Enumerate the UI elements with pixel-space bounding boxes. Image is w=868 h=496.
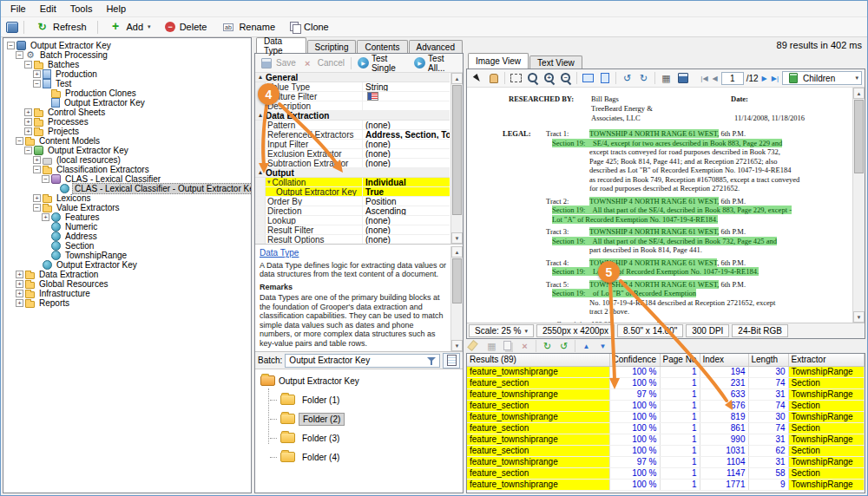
result-row[interactable]: feature_townshiprange100 %117719Township…	[467, 479, 865, 490]
scroll-down-icon[interactable]: ▼	[451, 232, 463, 244]
rerun-icon[interactable]	[556, 339, 571, 353]
results-column-header[interactable]: Length	[748, 354, 788, 366]
tree-node[interactable]: +Production	[3, 69, 251, 79]
property-row[interactable]: Culture Filter	[255, 92, 450, 101]
tree-node[interactable]: −Batches	[3, 60, 251, 69]
test-single-button[interactable]: Test Single	[358, 54, 410, 73]
help-title-link[interactable]: Data Type	[260, 249, 299, 258]
property-row[interactable]: Subtraction Extractor(none)	[255, 159, 450, 168]
filter-icon[interactable]	[426, 356, 437, 366]
scope-dropdown[interactable]: Children ▾	[782, 71, 862, 85]
tree-node[interactable]: Address	[3, 232, 251, 241]
toolbar-clone-button[interactable]: Clone	[283, 19, 335, 36]
menu-item-file[interactable]: File	[3, 2, 33, 16]
tree-node[interactable]: +Infrastructure	[3, 289, 251, 298]
scroll-up-icon[interactable]: ▲	[451, 246, 463, 258]
property-value[interactable]: (none)	[363, 225, 450, 234]
chevron-down-icon[interactable]: ▾	[148, 23, 151, 30]
property-value[interactable]	[363, 92, 450, 101]
expand-icon[interactable]: +	[16, 280, 23, 288]
property-row[interactable]: Result Options(none)	[255, 235, 450, 245]
result-row[interactable]: feature_townshiprange100 %199031Township…	[467, 434, 865, 445]
property-value[interactable]: (none)	[363, 140, 450, 148]
next-page-button[interactable]: ▶	[761, 75, 768, 82]
refresh-results-icon[interactable]	[540, 339, 555, 353]
results-column-header[interactable]: Confidence	[609, 354, 660, 366]
toolbar-delete-button[interactable]: Delete	[159, 19, 214, 36]
expand-icon[interactable]: +	[16, 271, 23, 278]
result-row[interactable]: feature_townshiprange97 %1110431Township…	[467, 456, 865, 467]
result-row[interactable]: feature_section100 %123174Section	[467, 377, 865, 388]
scrollbar-thumb[interactable]	[854, 100, 864, 173]
property-value[interactable]: Ascending	[363, 206, 450, 215]
expand-icon[interactable]: +	[24, 108, 32, 116]
property-grid-scrollbar[interactable]: ▲ ▼	[450, 73, 463, 244]
expand-icon[interactable]: +	[42, 213, 49, 221]
thumbnail-grid-icon[interactable]	[659, 71, 674, 85]
help-scrollbar[interactable]: ▲ ▼	[450, 246, 463, 351]
zoom-in-icon[interactable]	[542, 71, 556, 85]
collapse-icon[interactable]: −	[33, 204, 41, 212]
tree-node[interactable]: +Lexicons	[3, 193, 251, 203]
expand-icon[interactable]: ▾	[267, 179, 271, 186]
toolbar-rename-button[interactable]: Rename	[214, 17, 281, 36]
result-row[interactable]: feature_section100 %186174Section	[467, 422, 865, 434]
tree-node[interactable]: Output Extractor Key	[3, 98, 251, 108]
property-value[interactable]: (none)	[363, 159, 450, 167]
property-category[interactable]: ▴General	[255, 73, 450, 82]
property-row[interactable]: ▾CollationIndividual	[255, 178, 450, 187]
property-value[interactable]: (none)	[363, 121, 450, 129]
download-icon[interactable]	[595, 339, 610, 353]
tree-node[interactable]: +Global Resources	[3, 279, 251, 289]
result-row[interactable]: feature_section100 %167674Section	[467, 400, 865, 411]
highlighter-icon[interactable]	[468, 339, 483, 353]
last-page-button[interactable]: ▶|	[771, 75, 779, 82]
batch-folder[interactable]: Folder (1)	[268, 390, 463, 409]
property-row[interactable]: Exclusion Extractor(none)	[255, 149, 450, 159]
collapse-icon[interactable]: −	[33, 80, 41, 88]
scrollbar-thumb[interactable]	[452, 85, 462, 215]
tree-node[interactable]: +Data Extraction	[3, 270, 251, 279]
property-value[interactable]: (none)	[363, 235, 450, 244]
tree-node[interactable]: −Classification Extractors	[3, 165, 251, 174]
page-number-input[interactable]: 1	[721, 72, 744, 85]
tree-node[interactable]: +(local resources)	[3, 155, 251, 165]
previous-page-button[interactable]: ◀	[712, 75, 719, 82]
batch-folder[interactable]: Folder (2)	[268, 409, 463, 428]
tab-advanced[interactable]: Advanced	[409, 40, 463, 53]
property-row[interactable]: Lookup(none)	[255, 216, 450, 225]
tree-node[interactable]: −Content Models	[3, 136, 251, 146]
scroll-down-icon[interactable]: ▼	[451, 340, 463, 351]
collapse-icon[interactable]: −	[42, 175, 49, 183]
document-viewer[interactable]: RESEARCHED BY: Bill Bags Date: TreeBeard…	[467, 88, 865, 323]
expand-icon[interactable]: +	[33, 70, 41, 78]
result-row[interactable]: feature_townshiprange100 %119430Township…	[467, 366, 865, 377]
rotate-right-icon[interactable]	[636, 71, 651, 85]
batch-combo[interactable]: Output Extractor Key	[285, 354, 440, 368]
collapse-icon[interactable]: −	[24, 61, 32, 69]
document-scrollbar[interactable]: ▲ ▼	[852, 88, 865, 323]
tree-node[interactable]: Output Extractor Key	[3, 260, 251, 270]
results-column-header[interactable]: Extractor	[788, 354, 865, 366]
pan-hand-icon[interactable]	[486, 71, 501, 85]
expand-icon[interactable]: +	[33, 194, 41, 202]
scroll-up-icon[interactable]: ▲	[451, 73, 463, 84]
tab-data-type[interactable]: Data Type	[256, 37, 306, 53]
cancel-button[interactable]: Cancel	[300, 56, 345, 70]
expand-icon[interactable]: +	[24, 118, 32, 126]
expand-icon[interactable]: +	[16, 290, 23, 297]
batch-folder[interactable]: Folder (3)	[268, 428, 463, 447]
collapse-icon[interactable]: −	[33, 166, 41, 173]
save-button[interactable]: Save	[259, 56, 296, 70]
tab-image-view[interactable]: Image View	[468, 53, 529, 69]
results-column-header[interactable]: Results (89)	[467, 354, 609, 366]
tree-node[interactable]: +Projects	[3, 127, 251, 136]
save-image-icon[interactable]	[675, 71, 690, 85]
property-row[interactable]: Output Extractor KeyTrue	[255, 187, 450, 197]
toolbar-refresh-button[interactable]: Refresh	[29, 17, 93, 36]
zoom-out-icon[interactable]	[558, 71, 573, 85]
tab-scripting[interactable]: Scripting	[307, 40, 357, 53]
property-row[interactable]: Description	[255, 101, 450, 111]
tree-node[interactable]: +Control Sheets	[3, 108, 251, 117]
result-row[interactable]: feature_townshiprange100 %181930Township…	[467, 411, 865, 422]
